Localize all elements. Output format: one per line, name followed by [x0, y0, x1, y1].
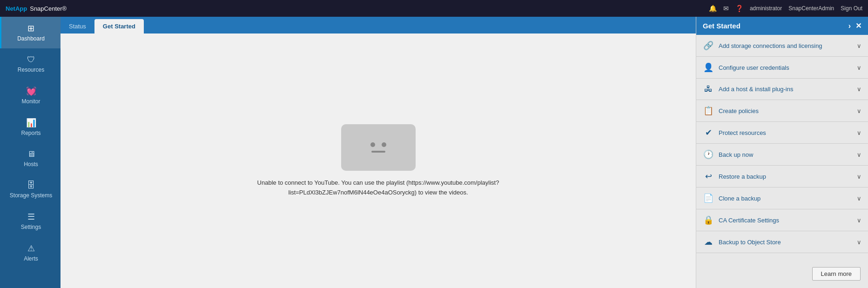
- panel-icon: ☁: [703, 237, 714, 247]
- panel-icon: 🖧: [703, 84, 714, 94]
- tenant-name[interactable]: SnapCenterAdmin: [788, 5, 834, 12]
- sidebar: ⊞ Dashboard 🛡 Resources 💓 Monitor 📊 Repo…: [0, 17, 61, 288]
- panel-item-backup-to-object-store[interactable]: ☁ Backup to Object Store ∨: [696, 231, 868, 253]
- panel-icon: 📄: [703, 193, 714, 203]
- panel-icon: 🔒: [703, 215, 714, 225]
- panel-item-label: Add a host & install plug-ins: [719, 86, 793, 93]
- sidebar-item-storage-systems[interactable]: 🗄 Storage Systems: [0, 174, 61, 205]
- sidebar-item-reports[interactable]: 📊 Reports: [0, 111, 61, 143]
- dashboard-icon: ⊞: [27, 23, 34, 33]
- panel-items-container: 🔗 Add storage connections and licensing …: [696, 35, 868, 253]
- panel-icon: 👤: [703, 62, 714, 73]
- tab-get-started[interactable]: Get Started: [94, 19, 144, 33]
- chevron-down-icon: ∨: [857, 107, 861, 114]
- right-panel: Get Started › ✕ 🔗 Add storage connection…: [696, 17, 868, 288]
- tabs-bar: StatusGet Started: [61, 17, 696, 33]
- mail-icon[interactable]: ✉: [723, 5, 729, 12]
- help-icon[interactable]: ❓: [735, 5, 743, 12]
- panel-icon: ✔: [703, 127, 714, 138]
- bell-icon[interactable]: 🔔: [709, 5, 717, 12]
- face-mouth: [371, 151, 385, 153]
- settings-icon: ☰: [27, 212, 35, 222]
- sidebar-item-resources[interactable]: 🛡 Resources: [0, 48, 61, 80]
- topbar-right: 🔔 ✉ ❓ administrator SnapCenterAdmin Sign…: [709, 5, 862, 12]
- panel-item-label: Backup to Object Store: [719, 239, 781, 246]
- sidebar-item-label: Resources: [18, 67, 44, 73]
- alerts-icon: ⚠: [27, 243, 35, 254]
- chevron-down-icon: ∨: [857, 217, 861, 224]
- sidebar-item-monitor[interactable]: 💓 Monitor: [0, 80, 61, 111]
- resources-icon: 🛡: [27, 55, 35, 65]
- main-layout: ⊞ Dashboard 🛡 Resources 💓 Monitor 📊 Repo…: [0, 17, 868, 288]
- panel-item-label: Protect resources: [719, 129, 766, 136]
- eye-left: [370, 142, 375, 147]
- error-text: Unable to connect to YouTube. You can us…: [257, 178, 499, 198]
- chevron-down-icon: ∨: [857, 173, 861, 180]
- panel-item-back-up-now[interactable]: 🕐 Back up now ∨: [696, 144, 868, 166]
- chevron-down-icon: ∨: [857, 151, 861, 158]
- panel-title: Get Started: [703, 22, 740, 30]
- sidebar-item-settings[interactable]: ☰ Settings: [0, 205, 61, 237]
- panel-item-ca-certificate-settings[interactable]: 🔒 CA Certificate Settings ∨: [696, 209, 868, 231]
- tab-status[interactable]: Status: [61, 19, 94, 33]
- chevron-down-icon: ∨: [857, 86, 861, 93]
- username[interactable]: administrator: [750, 5, 782, 12]
- panel-item-label: Add storage connections and licensing: [719, 42, 822, 49]
- chevron-down-icon: ∨: [857, 195, 861, 202]
- face-eyes: [370, 142, 386, 147]
- app-name: SnapCenter®: [30, 5, 67, 12]
- sidebar-item-label: Alerts: [24, 255, 38, 262]
- learn-more-section: Learn more: [696, 260, 868, 288]
- panel-header: Get Started › ✕: [696, 17, 868, 35]
- chevron-down-icon: ∨: [857, 129, 861, 136]
- panel-item-add-storage-connections-and-licensing[interactable]: 🔗 Add storage connections and licensing …: [696, 35, 868, 57]
- topbar-left: NetApp SnapCenter®: [6, 5, 67, 12]
- panel-item-clone-a-backup[interactable]: 📄 Clone a backup ∨: [696, 188, 868, 209]
- sidebar-item-dashboard[interactable]: ⊞ Dashboard: [0, 17, 61, 48]
- panel-close-icon[interactable]: ✕: [855, 21, 861, 30]
- panel-item-restore-a-backup[interactable]: ↩ Restore a backup ∨: [696, 166, 868, 188]
- sidebar-item-label: Settings: [21, 224, 41, 230]
- reports-icon: 📊: [26, 118, 36, 128]
- panel-item-create-policies[interactable]: 📋 Create policies ∨: [696, 100, 868, 122]
- sidebar-item-label: Hosts: [24, 161, 38, 167]
- sidebar-item-label: Reports: [21, 130, 40, 136]
- monitor-icon: 💓: [26, 86, 36, 96]
- panel-item-label: Create policies: [719, 107, 759, 114]
- panel-item-label: CA Certificate Settings: [719, 217, 779, 224]
- content-area: Unable to connect to YouTube. You can us…: [61, 33, 696, 288]
- sidebar-item-label: Dashboard: [17, 35, 45, 42]
- panel-icon: ↩: [703, 171, 714, 181]
- main-area: StatusGet Started Unable to connect to Y…: [61, 17, 696, 288]
- panel-item-label: Configure user credentials: [719, 64, 789, 71]
- panel-icon: 📋: [703, 106, 714, 116]
- panel-item-add-a-host--install-plug-ins[interactable]: 🖧 Add a host & install plug-ins ∨: [696, 79, 868, 100]
- panel-item-label: Restore a backup: [719, 173, 766, 180]
- panel-header-actions: › ✕: [848, 21, 861, 30]
- panel-item-protect-resources[interactable]: ✔ Protect resources ∨: [696, 122, 868, 144]
- video-placeholder: [341, 124, 416, 171]
- panel-forward-icon[interactable]: ›: [848, 22, 851, 30]
- chevron-down-icon: ∨: [857, 239, 861, 246]
- sidebar-item-label: Storage Systems: [10, 192, 52, 199]
- panel-icon: 🔗: [703, 40, 714, 51]
- hosts-icon: 🖥: [27, 149, 35, 159]
- chevron-down-icon: ∨: [857, 64, 861, 71]
- netapp-logo: NetApp: [6, 5, 27, 12]
- eye-right: [382, 142, 386, 147]
- panel-item-label: Back up now: [719, 151, 753, 158]
- learn-more-button[interactable]: Learn more: [812, 267, 861, 281]
- panel-icon: 🕐: [703, 149, 714, 160]
- panel-item-label: Clone a backup: [719, 195, 760, 202]
- sidebar-item-label: Monitor: [21, 98, 40, 105]
- sidebar-item-hosts[interactable]: 🖥 Hosts: [0, 143, 61, 174]
- topbar: NetApp SnapCenter® 🔔 ✉ ❓ administrator S…: [0, 0, 868, 17]
- panel-item-configure-user-credentials[interactable]: 👤 Configure user credentials ∨: [696, 57, 868, 79]
- storage-systems-icon: 🗄: [27, 181, 35, 190]
- chevron-down-icon: ∨: [857, 42, 861, 49]
- signout-link[interactable]: Sign Out: [841, 5, 862, 12]
- sidebar-item-alerts[interactable]: ⚠ Alerts: [0, 237, 61, 268]
